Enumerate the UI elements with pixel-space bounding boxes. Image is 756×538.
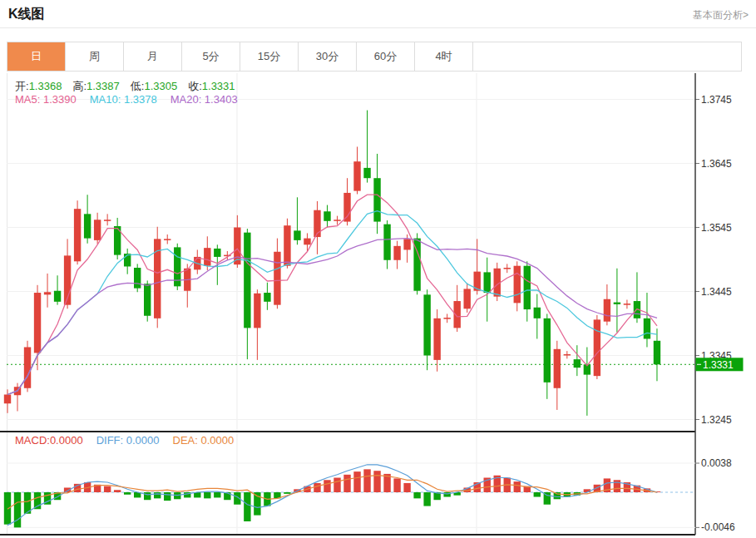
svg-text:1.3545: 1.3545 xyxy=(701,222,732,234)
tab-5min[interactable]: 5分 xyxy=(182,42,240,71)
tab-week[interactable]: 周 xyxy=(66,42,124,71)
svg-text:0.0038: 0.0038 xyxy=(701,457,732,469)
ma-legend: MA5: 1.3390MA10: 1.3378MA20: 1.3403 xyxy=(15,93,251,106)
ma5-legend: MA5: 1.3390 xyxy=(15,93,77,106)
svg-text:1.3645: 1.3645 xyxy=(701,158,732,170)
tab-month[interactable]: 月 xyxy=(124,42,182,71)
interval-tabbar: 日 周 月 5分 15分 30分 60分 4时 xyxy=(7,42,742,72)
tab-60min[interactable]: 60分 xyxy=(357,42,415,71)
close-value: 1.3331 xyxy=(202,80,235,92)
dea-value-legend: DEA: 0.0000 xyxy=(173,434,235,447)
current-price-tag: 1.3331 xyxy=(696,358,744,371)
ma20-legend: MA20: 1.3403 xyxy=(170,93,238,106)
open-value: 1.3368 xyxy=(29,80,62,92)
tab-4hour[interactable]: 4时 xyxy=(415,42,473,71)
fundamental-analysis-link[interactable]: 基本面分析> xyxy=(693,8,749,22)
high-label: 高: xyxy=(72,80,86,92)
high-value: 1.3387 xyxy=(86,80,120,92)
tab-15min[interactable]: 15分 xyxy=(240,42,299,71)
tabbar-filler xyxy=(473,42,741,71)
svg-text:1.3331: 1.3331 xyxy=(703,359,734,371)
tab-30min[interactable]: 30分 xyxy=(299,42,357,71)
tab-day[interactable]: 日 xyxy=(7,42,66,71)
svg-text:1.3445: 1.3445 xyxy=(701,286,732,298)
close-label: 收: xyxy=(188,80,202,92)
low-value: 1.3305 xyxy=(144,80,177,92)
macd-legend: MACD:0.0000DIFF: 0.0000DEA: 0.0000 xyxy=(15,434,247,447)
diff-value-legend: DIFF: 0.0000 xyxy=(96,434,160,447)
open-label: 开: xyxy=(15,80,29,92)
header-divider xyxy=(0,27,756,28)
svg-text:1.3245: 1.3245 xyxy=(701,414,732,426)
kline-widget: 1.37451.36451.35451.34451.33451.32450.00… xyxy=(0,0,756,538)
low-label: 低: xyxy=(131,80,145,92)
page-title: K线图 xyxy=(8,6,45,23)
svg-text:-0.0046: -0.0046 xyxy=(701,521,735,533)
ma10-legend: MA10: 1.3378 xyxy=(90,93,157,106)
svg-text:1.3745: 1.3745 xyxy=(701,94,732,106)
ohlc-legend: 开:1.3368高:1.3387低:1.3305收:1.3331 xyxy=(15,79,246,94)
macd-value-legend: MACD:0.0000 xyxy=(15,434,83,447)
